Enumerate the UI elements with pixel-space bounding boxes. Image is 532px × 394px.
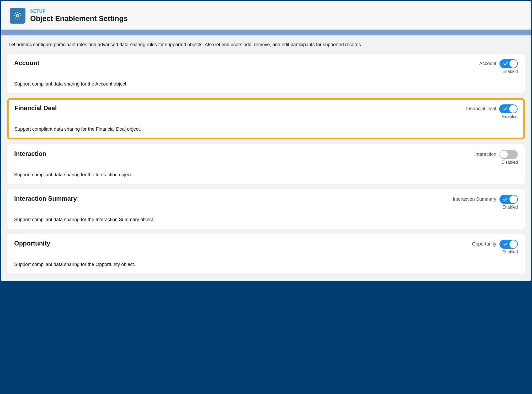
object-card: OpportunityOpportunityEnabledSupport com… [7, 234, 525, 274]
toggle-knob [509, 240, 517, 248]
toggle-label: Account [479, 61, 496, 66]
page-frame: SETUP Object Enablement Settings Let adm… [1, 1, 531, 281]
cards-container: AccountAccountEnabledSupport compliant d… [7, 53, 525, 274]
toggle-row: Interaction [474, 150, 518, 159]
card-header-row: Financial DealFinancial DealEnabled [14, 104, 518, 119]
header-text: SETUP Object Enablement Settings [30, 9, 128, 23]
toggle-row: Interaction Summary [453, 195, 518, 204]
card-description: Support compliant data sharing for the F… [14, 126, 518, 132]
object-card: Financial DealFinancial DealEnabledSuppo… [7, 98, 525, 139]
toggle-knob [509, 105, 517, 113]
card-title: Opportunity [14, 240, 50, 247]
card-header-row: InteractionInteractionDisabled [14, 150, 518, 165]
toggle-group: OpportunityEnabled [472, 240, 518, 254]
toggle-label: Financial Deal [466, 106, 496, 111]
object-card: AccountAccountEnabledSupport compliant d… [7, 53, 525, 93]
toggle-state-label: Enabled [502, 250, 518, 254]
check-icon [503, 242, 508, 247]
decorative-strip [1, 30, 531, 35]
card-title: Interaction [14, 150, 46, 157]
svg-point-0 [16, 14, 19, 17]
toggle-state-label: Enabled [502, 69, 518, 74]
toggle-group: Interaction SummaryEnabled [453, 195, 518, 210]
toggle-group: InteractionDisabled [474, 150, 518, 165]
object-card: Interaction SummaryInteraction SummaryEn… [7, 189, 525, 229]
page-title: Object Enablement Settings [30, 14, 128, 23]
intro-text: Let admins configure participant roles a… [7, 41, 525, 49]
toggle-knob [500, 151, 508, 158]
enable-toggle[interactable] [499, 240, 518, 249]
check-icon [503, 197, 508, 202]
check-icon [503, 61, 508, 66]
card-header-row: OpportunityOpportunityEnabled [14, 240, 518, 254]
toggle-state-label: Disabled [502, 160, 518, 165]
object-card: InteractionInteractionDisabledSupport co… [7, 144, 525, 184]
toggle-group: AccountEnabled [479, 59, 518, 74]
enable-toggle[interactable] [499, 150, 518, 159]
toggle-label: Interaction [474, 152, 496, 157]
toggle-state-label: Enabled [502, 205, 518, 210]
card-header-row: AccountAccountEnabled [14, 59, 518, 74]
card-description: Support compliant data sharing for the A… [14, 81, 518, 87]
card-description: Support compliant data sharing for the O… [14, 262, 518, 267]
card-title: Interaction Summary [14, 195, 77, 202]
gear-icon [10, 8, 25, 24]
toggle-row: Financial Deal [466, 104, 518, 113]
card-description: Support compliant data sharing for the I… [14, 217, 518, 222]
toggle-knob [509, 60, 517, 68]
toggle-knob [509, 195, 517, 203]
toggle-group: Financial DealEnabled [466, 104, 518, 119]
card-title: Account [14, 59, 39, 67]
toggle-row: Opportunity [472, 240, 518, 249]
enable-toggle[interactable] [499, 104, 518, 113]
check-icon [503, 106, 508, 111]
setup-breadcrumb: SETUP [30, 9, 128, 14]
card-title: Financial Deal [14, 104, 57, 112]
toggle-label: Interaction Summary [453, 196, 496, 202]
card-description: Support compliant data sharing for the I… [14, 172, 518, 178]
content-area: Let admins configure participant roles a… [1, 35, 531, 281]
card-header-row: Interaction SummaryInteraction SummaryEn… [14, 195, 518, 210]
enable-toggle[interactable] [499, 59, 518, 68]
toggle-state-label: Enabled [502, 114, 518, 119]
page-header: SETUP Object Enablement Settings [1, 1, 531, 30]
enable-toggle[interactable] [499, 195, 518, 204]
toggle-label: Opportunity [472, 241, 496, 247]
toggle-row: Account [479, 59, 518, 68]
